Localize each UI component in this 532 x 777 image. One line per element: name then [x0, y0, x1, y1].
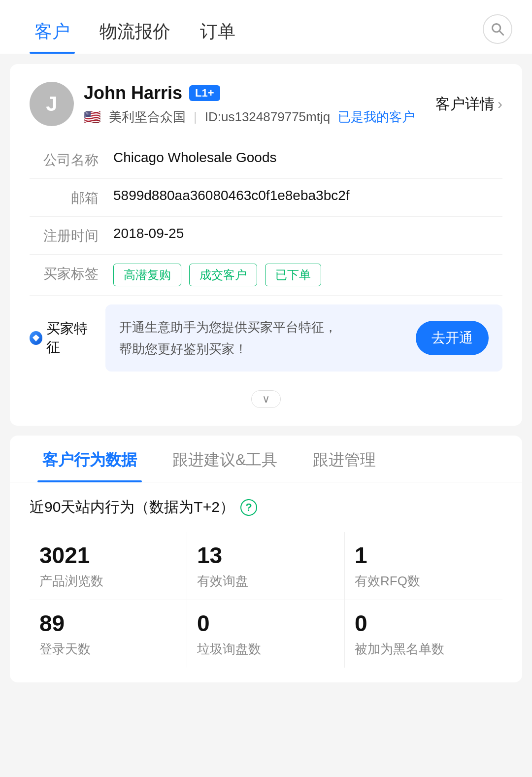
top-navigation: 客户 物流报价 订单 [0, 0, 532, 54]
stat-label-product-views: 产品浏览数 [39, 573, 182, 590]
collapse-button[interactable]: ∨ [251, 390, 281, 408]
nav-tab-customers[interactable]: 客户 [20, 20, 85, 54]
customer-detail-text: 客户详情 [435, 94, 495, 114]
stat-cell-product-views: 3021 产品浏览数 [30, 532, 187, 600]
company-row: 公司名称 Chicago Wholesale Goods [30, 141, 502, 179]
stat-value-product-views: 3021 [39, 542, 182, 569]
stat-cell-blacklist: 0 被加为黑名单数 [345, 600, 502, 668]
stat-value-blacklist: 0 [355, 610, 498, 637]
customer-name: John Harris [84, 83, 182, 103]
customer-header: J John Harris L1+ 🇺🇸 美利坚合众国 | ID:us13248… [30, 82, 502, 126]
stat-label-login-days: 登录天数 [39, 641, 182, 658]
tags-row: 买家标签 高潜复购 成交客户 已下单 [30, 255, 502, 296]
tags-label: 买家标签 [30, 264, 99, 283]
buyer-feature-box: 开通生意助手为您提供买家平台特征， 帮助您更好鉴别买家！ 去开通 [105, 304, 502, 372]
email-value: 5899d880aa36080463c0f1e8eba3bc2f [113, 188, 502, 203]
buyer-feature-label: 买家特征 [30, 319, 99, 357]
register-label: 注册时间 [30, 226, 99, 245]
email-row: 邮箱 5899d880aa36080463c0f1e8eba3bc2f [30, 179, 502, 217]
customer-name-row: John Harris L1+ [84, 83, 415, 103]
stat-value-spam-inquiry: 0 [197, 610, 339, 637]
tabs-section: 客户行为数据 跟进建议&工具 跟进管理 [10, 436, 522, 482]
level-badge: L1+ [189, 85, 220, 101]
tags-container: 高潜复购 成交客户 已下单 [113, 264, 321, 286]
diamond-icon [30, 331, 42, 345]
behavior-section: 近90天站内行为（数据为T+2） ? 3021 产品浏览数 13 有效询盘 1 … [10, 482, 522, 682]
stat-label-spam-inquiry: 垃圾询盘数 [197, 641, 339, 658]
company-label: 公司名称 [30, 150, 99, 169]
customer-id: ID:us1324879775mtjq [205, 109, 330, 125]
register-row: 注册时间 2018-09-25 [30, 217, 502, 255]
flag-icon: 🇺🇸 [84, 109, 101, 125]
customer-card: J John Harris L1+ 🇺🇸 美利坚合众国 | ID:us13248… [10, 64, 522, 426]
tab-followup-advice[interactable]: 跟进建议&工具 [155, 436, 295, 482]
stat-cell-valid-inquiry: 13 有效询盘 [187, 532, 345, 600]
behavior-title: 近90天站内行为（数据为T+2） ? [30, 497, 502, 517]
search-button[interactable] [483, 14, 512, 44]
register-value: 2018-09-25 [113, 226, 502, 241]
buyer-feature-text: 买家特征 [46, 319, 99, 357]
chevron-right-icon: › [498, 96, 502, 112]
feature-line2: 帮助您更好鉴别买家！ [119, 338, 337, 360]
avatar: J [30, 82, 74, 126]
stat-value-login-days: 89 [39, 610, 182, 637]
my-customer-label[interactable]: 已是我的客户 [338, 108, 415, 126]
divider: | [194, 109, 197, 125]
tag-high-repurchase[interactable]: 高潜复购 [113, 264, 181, 286]
help-icon[interactable]: ? [240, 499, 257, 516]
feature-line1: 开通生意助手为您提供买家平台特征， [119, 316, 337, 338]
country-name: 美利坚合众国 [109, 108, 186, 126]
tab-followup-management[interactable]: 跟进管理 [295, 436, 394, 482]
email-label: 邮箱 [30, 188, 99, 207]
stat-value-rfq: 1 [355, 542, 498, 569]
stat-cell-spam-inquiry: 0 垃圾询盘数 [187, 600, 345, 668]
customer-meta: 🇺🇸 美利坚合众国 | ID:us1324879775mtjq 已是我的客户 [84, 108, 415, 126]
tab-behavior-data[interactable]: 客户行为数据 [25, 436, 155, 482]
stat-label-rfq: 有效RFQ数 [355, 573, 498, 590]
buyer-feature-section: 买家特征 开通生意助手为您提供买家平台特征， 帮助您更好鉴别买家！ 去开通 [30, 296, 502, 380]
customer-detail-link[interactable]: 客户详情 › [435, 94, 502, 114]
customer-header-left: J John Harris L1+ 🇺🇸 美利坚合众国 | ID:us13248… [30, 82, 415, 126]
stat-cell-login-days: 89 登录天数 [30, 600, 187, 668]
stats-grid: 3021 产品浏览数 13 有效询盘 1 有效RFQ数 89 登录天数 0 [30, 532, 502, 668]
tag-converted-customer[interactable]: 成交客户 [189, 264, 257, 286]
collapse-row: ∨ [30, 380, 502, 411]
svg-line-1 [499, 31, 503, 35]
company-value: Chicago Wholesale Goods [113, 150, 502, 166]
customer-info: John Harris L1+ 🇺🇸 美利坚合众国 | ID:us1324879… [84, 83, 415, 126]
search-icon [491, 22, 504, 36]
stat-cell-rfq: 1 有效RFQ数 [345, 532, 502, 600]
nav-tab-logistics[interactable]: 物流报价 [85, 20, 185, 54]
stat-label-valid-inquiry: 有效询盘 [197, 573, 339, 590]
tabs-bar: 客户行为数据 跟进建议&工具 跟进管理 [10, 436, 522, 482]
tag-ordered[interactable]: 已下单 [265, 264, 321, 286]
stat-value-valid-inquiry: 13 [197, 542, 339, 569]
buyer-feature-description: 开通生意助手为您提供买家平台特征， 帮助您更好鉴别买家！ [119, 316, 337, 360]
nav-tab-orders[interactable]: 订单 [185, 20, 250, 54]
stat-label-blacklist: 被加为黑名单数 [355, 641, 498, 658]
activate-button[interactable]: 去开通 [416, 321, 489, 355]
behavior-title-text: 近90天站内行为（数据为T+2） [30, 497, 234, 517]
svg-marker-2 [33, 335, 39, 341]
